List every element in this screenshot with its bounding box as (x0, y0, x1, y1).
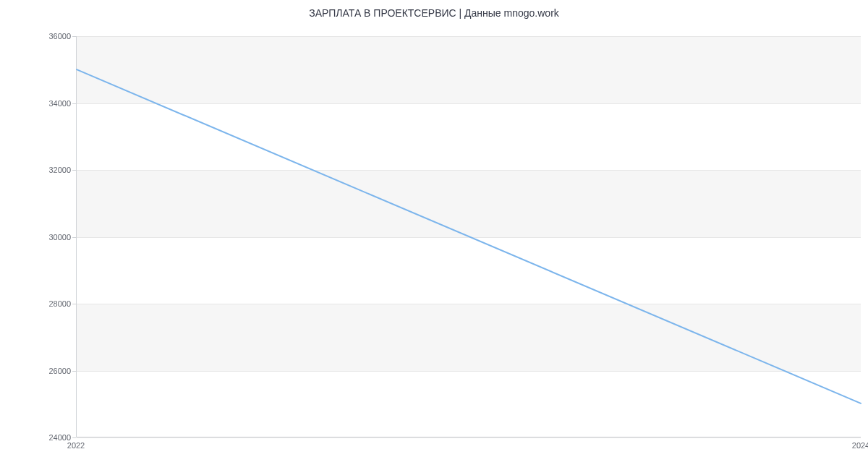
series-line (77, 69, 861, 403)
x-tick-label: 2024 (852, 441, 868, 450)
chart-title: ЗАРПЛАТА В ПРОЕКТСЕРВИС | Данные mnogo.w… (0, 7, 868, 19)
y-tick-label: 34000 (13, 99, 71, 108)
gridline (77, 437, 861, 438)
y-tick-label: 30000 (13, 233, 71, 242)
x-tick-label: 2022 (67, 441, 85, 450)
y-tick-label: 24000 (13, 433, 71, 442)
y-tick-label: 36000 (13, 32, 71, 40)
line-layer (77, 36, 861, 437)
chart-container: ЗАРПЛАТА В ПРОЕКТСЕРВИС | Данные mnogo.w… (0, 0, 868, 470)
y-tick-label: 32000 (13, 166, 71, 174)
y-tick-label: 28000 (13, 299, 71, 308)
y-tick-label: 26000 (13, 367, 71, 375)
plot-area (76, 36, 861, 437)
